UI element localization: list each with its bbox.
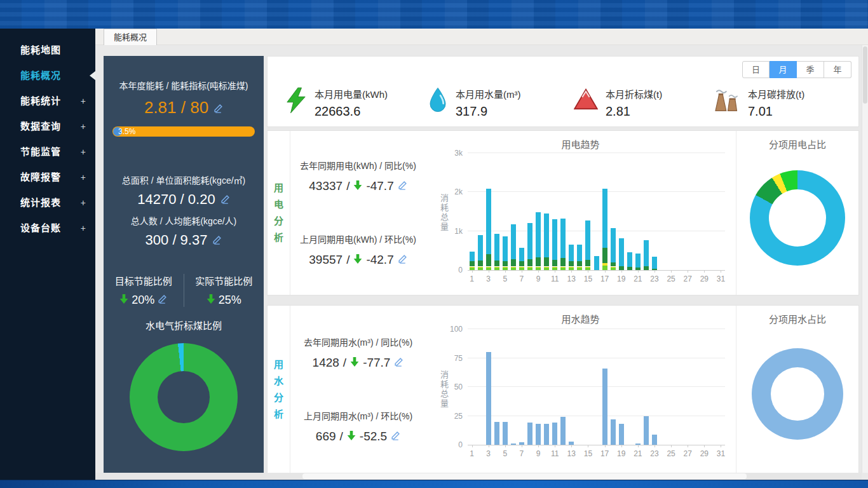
expand-plus-icon[interactable]: + bbox=[81, 114, 86, 139]
water-yoy-value-row: 1428 / -77.7 bbox=[291, 356, 425, 370]
period-button-day[interactable]: 日 bbox=[742, 61, 770, 78]
x-axis-tick bbox=[671, 445, 672, 447]
people-value: 300 / 9.37 bbox=[146, 232, 208, 248]
annual-energy-label: 本年度能耗 / 能耗指标(吨标准煤) bbox=[104, 79, 264, 92]
bar-segment bbox=[536, 257, 541, 267]
x-axis-tick-label: 29 bbox=[700, 449, 709, 458]
x-axis-tick bbox=[538, 270, 539, 273]
x-axis-tick-label: 1 bbox=[470, 274, 474, 283]
bar-segment bbox=[560, 219, 566, 258]
gridline bbox=[468, 416, 725, 416]
stat-item-carbon: 本月碳排放(t)7.01 bbox=[714, 87, 804, 119]
vertical-scrollbar[interactable] bbox=[862, 45, 868, 473]
sidebar-item-energy-overview[interactable]: 能耗概况 bbox=[0, 63, 95, 88]
down-arrow-icon bbox=[119, 294, 128, 307]
stat-value: 7.01 bbox=[748, 104, 804, 119]
sidebar-item-energy-supervision[interactable]: 节能监管+ bbox=[0, 139, 95, 165]
sidebar-item-label: 节能监管 bbox=[20, 146, 61, 157]
expand-plus-icon[interactable]: + bbox=[81, 88, 86, 114]
expand-plus-icon[interactable]: + bbox=[81, 139, 86, 165]
energy-mix-title: 水电气折标煤比例 bbox=[104, 318, 264, 332]
x-axis-tick-label: 19 bbox=[617, 274, 625, 283]
horizontal-scrollbar[interactable] bbox=[95, 473, 862, 480]
vertical-scrollbar-thumb[interactable] bbox=[863, 46, 867, 104]
edit-pencil-icon[interactable] bbox=[394, 356, 403, 370]
x-axis-tick-label: 13 bbox=[567, 449, 576, 458]
bar-segment bbox=[627, 267, 632, 270]
electric-mix-region: 分项用电占比 bbox=[736, 131, 858, 295]
bar-segment bbox=[577, 267, 582, 268]
bar-segment bbox=[611, 267, 616, 268]
annual-energy-value: 2.81 / 80 bbox=[144, 98, 208, 118]
bar-segment bbox=[560, 258, 566, 266]
edit-pencil-icon[interactable] bbox=[220, 191, 230, 208]
bar-segment bbox=[602, 189, 607, 248]
sidebar-item-data-query[interactable]: 数据查询+ bbox=[0, 114, 95, 139]
expand-plus-icon[interactable]: + bbox=[81, 215, 86, 241]
sidebar-item-report-forms[interactable]: 统计报表+ bbox=[0, 190, 95, 215]
horizontal-scrollbar-thumb[interactable] bbox=[302, 473, 747, 479]
bar-segment bbox=[494, 267, 499, 268]
electric-yoy-percent: -47.7 bbox=[366, 179, 393, 193]
slash: / bbox=[346, 253, 349, 267]
period-button-month[interactable]: 月 bbox=[770, 61, 797, 78]
edit-pencil-icon[interactable] bbox=[158, 294, 167, 307]
period-button-year[interactable]: 年 bbox=[824, 61, 851, 78]
electric-analysis-side-label: 用电分析 bbox=[268, 131, 290, 295]
bar-segment bbox=[486, 267, 491, 268]
desktop-background: 能耗地图能耗概况能耗统计+数据查询+节能监管+故障报警+统计报表+设备台账+ 能… bbox=[0, 0, 868, 488]
bar-segment bbox=[602, 369, 607, 445]
bar-segment bbox=[635, 254, 641, 267]
target-ratio-value: 20% bbox=[132, 294, 154, 307]
edit-pencil-icon[interactable] bbox=[398, 253, 407, 267]
progress-percent: 3.5% bbox=[118, 127, 135, 136]
bar-segment bbox=[569, 261, 574, 267]
stat-item-water: 本月用水量(m³)317.9 bbox=[428, 87, 520, 119]
x-axis-tick bbox=[721, 270, 721, 273]
bar-segment bbox=[470, 261, 475, 267]
taskbar bbox=[0, 480, 868, 488]
expand-plus-icon[interactable]: + bbox=[81, 165, 86, 190]
x-axis-tick-label: 9 bbox=[536, 274, 541, 283]
x-axis-tick bbox=[688, 270, 688, 273]
down-arrow-icon bbox=[207, 294, 215, 307]
gridline bbox=[468, 152, 725, 153]
tab-energy-overview[interactable]: 能耗概况 bbox=[104, 29, 157, 45]
edit-pencil-icon[interactable] bbox=[212, 232, 222, 248]
bar-segment bbox=[552, 260, 557, 266]
sidebar-item-equipment-ledger[interactable]: 设备台账+ bbox=[0, 215, 95, 241]
water-trend-chart: 0255075100135791113151719212325272931 bbox=[468, 329, 725, 445]
sidebar-item-label: 统计报表 bbox=[20, 197, 61, 208]
x-axis-tick bbox=[522, 445, 522, 447]
sidebar-item-energy-map[interactable]: 能耗地图 bbox=[0, 37, 95, 63]
electric-yoy-value-row: 43337 / -47.7 bbox=[291, 179, 425, 193]
edit-pencil-icon[interactable] bbox=[398, 179, 407, 193]
water-mom-block: 上月同期用水(m³) / 环比(%) 669 / -52.5 bbox=[291, 409, 425, 444]
period-button-group: 日月季年 bbox=[742, 61, 851, 78]
x-axis-tick-label: 7 bbox=[520, 449, 524, 458]
x-axis-tick bbox=[704, 270, 705, 273]
edit-pencil-icon[interactable] bbox=[391, 430, 400, 444]
x-axis-tick bbox=[555, 270, 555, 273]
tab-bar: 能耗概况 bbox=[95, 29, 868, 45]
y-axis-tick-label: 0 bbox=[458, 266, 463, 274]
bar-segment bbox=[611, 419, 616, 445]
edit-pencil-icon[interactable] bbox=[214, 98, 223, 118]
period-button-quarter[interactable]: 季 bbox=[797, 61, 824, 78]
down-arrow-icon bbox=[350, 356, 359, 370]
water-analysis-side-text: 用水分析 bbox=[273, 356, 284, 423]
sidebar-item-energy-stats[interactable]: 能耗统计+ bbox=[0, 88, 95, 114]
area-value-row: 14270 / 0.20 bbox=[104, 191, 264, 208]
y-axis-tick-label: 75 bbox=[454, 354, 463, 363]
energy-mix-donut-chart bbox=[130, 343, 238, 451]
sidebar-item-fault-alarm[interactable]: 故障报警+ bbox=[0, 165, 95, 190]
expand-plus-icon[interactable]: + bbox=[81, 190, 86, 215]
bar-segment bbox=[478, 261, 483, 267]
x-axis-tick-label: 13 bbox=[567, 274, 576, 283]
sidebar-item-label: 设备台账 bbox=[20, 222, 61, 233]
bar-segment bbox=[544, 267, 549, 268]
bar-segment bbox=[644, 266, 649, 270]
bar-segment bbox=[503, 422, 508, 445]
y-axis-tick-label: 0 bbox=[458, 440, 463, 449]
actual-ratio-value: 25% bbox=[219, 294, 241, 307]
